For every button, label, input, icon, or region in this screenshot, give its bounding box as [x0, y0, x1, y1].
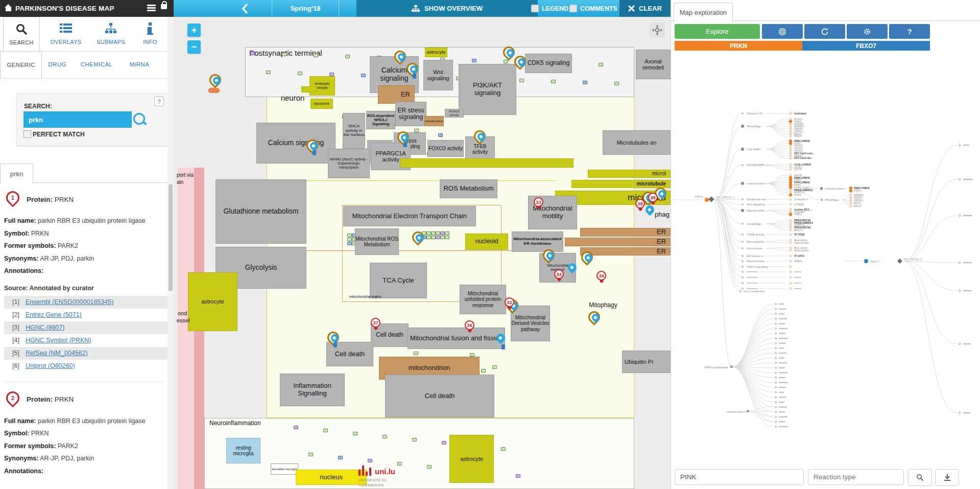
clear-button[interactable]: CLEAR [619, 0, 671, 17]
svg-text:Ubiquitin Pr...: Ubiquitin Pr... [747, 112, 765, 115]
sidebar-item-overlays[interactable]: OVERLAYS [44, 17, 88, 51]
collapse-sidebar-button[interactable] [229, 0, 260, 17]
help-panel-button[interactable]: ? [889, 24, 930, 39]
molecule [431, 231, 436, 235]
annotation-link[interactable]: Uniprot (O60260) [26, 362, 75, 369]
map-marker[interactable] [543, 249, 559, 268]
lock-icon[interactable] [161, 4, 167, 9]
sidebar-item-info[interactable]: INFO [134, 17, 166, 51]
annotation-link[interactable]: HGNC Symbol (PRKN) [26, 337, 91, 344]
map-marker-33[interactable]: 33 [534, 197, 550, 216]
result-pin-icon[interactable]: 1 [4, 189, 22, 207]
tab-mirna[interactable]: MiRNA [123, 51, 156, 78]
tab-chemical[interactable]: CHEMICAL [76, 51, 117, 78]
university-luxembourg-logo: uni.lu UNIVERSITÉ DULUXEMBOURG [358, 462, 415, 489]
search-submit-icon[interactable] [133, 113, 145, 125]
molecule [445, 231, 449, 235]
legend-toggle[interactable]: LEGEND [531, 0, 568, 17]
comments-toggle[interactable]: COMMENTS [569, 0, 617, 17]
protein-tab-fbxo7[interactable]: FBXO7 [802, 41, 930, 51]
annotation-link[interactable]: HGNC (8607) [26, 324, 64, 331]
menu-icon[interactable] [147, 5, 156, 12]
sidebar-item-submaps[interactable]: SUBMAPS [90, 17, 132, 51]
svg-text:Alpha tubulin: Alpha tubulin [794, 241, 809, 244]
map-marker-32[interactable]: 32 [505, 297, 521, 316]
map-marker-38[interactable]: 38 [648, 193, 664, 211]
molecule [250, 52, 255, 55]
map-marker[interactable] [327, 332, 344, 350]
results-tab[interactable]: prkn [0, 164, 33, 184]
result-field: Annotations: [4, 265, 168, 277]
sidebar-scrollbar-thumb[interactable] [169, 184, 173, 291]
annotation-link[interactable]: Entrez Gene (5071) [26, 311, 82, 318]
molecule [470, 353, 474, 357]
map-region-ain: ain [175, 179, 190, 185]
map-marker[interactable] [209, 74, 226, 92]
search-input[interactable] [23, 111, 132, 128]
sidebar: PARKINSON'S DISEASE MAP SEARCHOVERLAYSSU… [0, 0, 174, 489]
help-button[interactable]: ? [154, 97, 164, 106]
map-marker-34[interactable]: 34 [596, 271, 613, 289]
map-marker[interactable] [495, 334, 512, 352]
svg-text:Wnt signaling: Wnt signaling [747, 203, 765, 206]
app-header: PARKINSON'S DISEASE MAP [0, 0, 174, 17]
overview-icon [412, 5, 420, 12]
map-marker[interactable] [474, 130, 490, 149]
download-button[interactable] [935, 469, 959, 486]
tab-map-exploration[interactable]: Map exploration [674, 3, 733, 22]
map-canvas[interactable]: Postsynaptic terminalneuronendocytic ves… [174, 17, 671, 489]
protein-tab-prkn[interactable]: PRKN [675, 41, 802, 51]
protein-filter-input[interactable] [675, 469, 804, 485]
numbered-marker-icon: 33 [534, 197, 543, 207]
tab-drug[interactable]: DRUG [43, 51, 71, 78]
map-marker[interactable] [306, 139, 323, 158]
map-region-activated-microglia: activated microglia [271, 463, 298, 475]
map-marker[interactable] [407, 63, 423, 81]
map-region-neuroinflammation: Neuroinflammation [207, 419, 284, 428]
settings-button[interactable] [847, 24, 888, 39]
target-button[interactable] [762, 24, 803, 39]
result-pin-icon[interactable]: 2 [4, 388, 22, 407]
annotation-link[interactable]: RefSeq (NM_004562) [26, 350, 88, 357]
svg-text:iron metabolism: iron metabolism [744, 290, 765, 293]
svg-text:DNM1L: DNM1L [794, 260, 803, 263]
tree-search-button[interactable] [908, 469, 932, 486]
map-marker[interactable] [588, 311, 605, 330]
map-marker-34[interactable]: 34 [554, 269, 570, 288]
map-marker[interactable] [581, 251, 597, 270]
result-field: Former symbols: PARK2 [4, 240, 168, 252]
map-marker[interactable] [412, 231, 428, 250]
molecule [282, 53, 286, 56]
sidebar-item-search[interactable]: SEARCH [3, 17, 40, 51]
map-region-mitochondrial-ros-metabolism: Mitochondrial ROS Metabolism [355, 228, 399, 255]
hexagon-icon [208, 88, 220, 93]
pan-crosshair-button[interactable] [650, 22, 665, 38]
molecule [481, 369, 486, 372]
home-icon[interactable] [5, 6, 12, 11]
map-marker[interactable] [397, 131, 414, 150]
reaction-type-input[interactable] [808, 469, 904, 485]
svg-text:Autophagy: Autophagy [747, 222, 761, 225]
zoom-out-button[interactable]: − [187, 40, 201, 54]
tab-generic[interactable]: GENERIC [0, 51, 42, 78]
perfect-match-checkbox[interactable] [23, 130, 31, 138]
refresh-button[interactable] [804, 24, 845, 39]
map-marker[interactable] [514, 56, 531, 74]
legend-checkbox[interactable] [531, 5, 539, 12]
comments-checkbox[interactable] [569, 5, 577, 12]
result-field: Synonyms: AR-JP, PDJ, parkin [4, 252, 168, 265]
molecule [614, 82, 619, 85]
annotation-link[interactable]: Ensembl (ENSG00000185345) [26, 298, 113, 306]
crosshair-icon [652, 25, 663, 36]
map-marker-37[interactable]: 37 [371, 318, 387, 336]
map-region-er-stress-signaling: ER stress signaling [395, 102, 426, 126]
svg-text:PRKN substrates: PRKN substrates [705, 366, 728, 369]
zoom-in-button[interactable]: + [187, 24, 201, 37]
result-field: Symbol: PRKN [4, 227, 168, 240]
map-version-button[interactable]: Spring'18 [272, 0, 339, 17]
map-marker-36[interactable]: 36 [465, 320, 481, 339]
show-overview-button[interactable]: SHOW OVERVIEW [356, 0, 538, 17]
search-label: SEARCH: [24, 103, 52, 110]
exploration-tree[interactable]: PRKNPD_180412_2Ubiquitin Pr...misfoldedM… [671, 51, 980, 450]
explore-button[interactable]: Explore [675, 24, 760, 39]
